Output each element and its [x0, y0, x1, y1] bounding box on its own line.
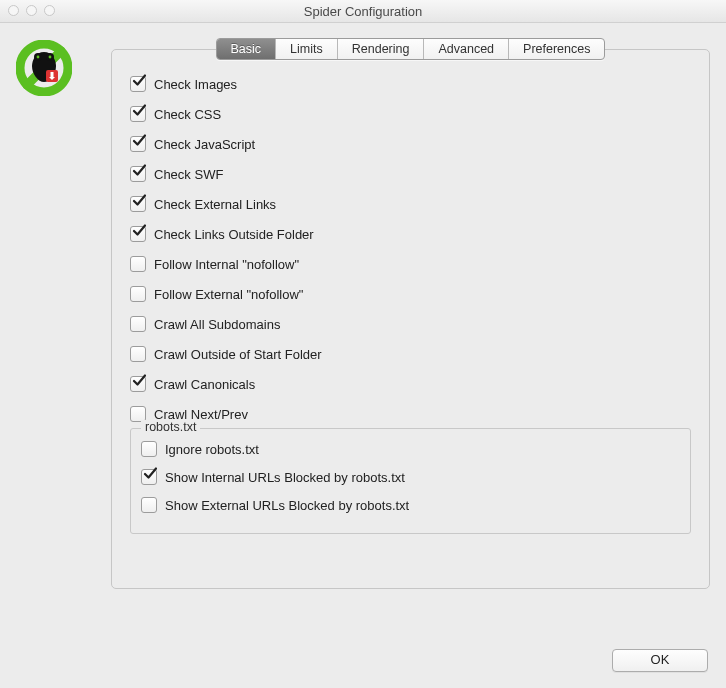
crawl-outside-start-checkbox[interactable]: [130, 346, 146, 362]
follow-internal-nf-checkbox[interactable]: [130, 256, 146, 272]
crawl-canonicals-label: Crawl Canonicals: [154, 377, 255, 392]
check-images-label: Check Images: [154, 77, 237, 92]
crawl-outside-start-label: Crawl Outside of Start Folder: [154, 347, 322, 362]
follow-external-nf-row: Follow External "nofollow": [130, 286, 691, 302]
show-internal-block-checkbox[interactable]: [141, 469, 157, 485]
tab-preferences[interactable]: Preferences: [509, 39, 604, 59]
crawl-all-subdomains-row: Crawl All Subdomains: [130, 316, 691, 332]
robots-fieldset: robots.txt Ignore robots.txtShow Interna…: [130, 428, 691, 534]
ignore-robots-checkbox[interactable]: [141, 441, 157, 457]
check-javascript-label: Check JavaScript: [154, 137, 255, 152]
window-controls: [8, 5, 55, 16]
check-css-label: Check CSS: [154, 107, 221, 122]
app-logo: [16, 38, 111, 96]
frog-icon: [16, 40, 72, 96]
check-swf-checkbox[interactable]: [130, 166, 146, 182]
check-images-checkbox[interactable]: [130, 76, 146, 92]
tab-limits[interactable]: Limits: [276, 39, 338, 59]
follow-internal-nf-row: Follow Internal "nofollow": [130, 256, 691, 272]
tab-rendering[interactable]: Rendering: [338, 39, 425, 59]
check-links-outside-checkbox[interactable]: [130, 226, 146, 242]
crawl-canonicals-row: Crawl Canonicals: [130, 376, 691, 392]
show-internal-block-label: Show Internal URLs Blocked by robots.txt: [165, 470, 405, 485]
ok-button[interactable]: OK: [612, 649, 708, 672]
crawl-outside-start-row: Crawl Outside of Start Folder: [130, 346, 691, 362]
show-internal-block-row: Show Internal URLs Blocked by robots.txt: [141, 469, 680, 485]
tab-bar: Basic Limits Rendering Advanced Preferen…: [111, 38, 710, 60]
check-links-outside-row: Check Links Outside Folder: [130, 226, 691, 242]
check-external-links-row: Check External Links: [130, 196, 691, 212]
close-icon[interactable]: [8, 5, 19, 16]
svg-point-5: [37, 56, 40, 59]
follow-internal-nf-label: Follow Internal "nofollow": [154, 257, 299, 272]
tab-basic[interactable]: Basic: [217, 39, 277, 59]
show-external-block-row: Show External URLs Blocked by robots.txt: [141, 497, 680, 513]
crawl-all-subdomains-label: Crawl All Subdomains: [154, 317, 280, 332]
titlebar: Spider Configuration: [0, 0, 726, 23]
follow-external-nf-label: Follow External "nofollow": [154, 287, 303, 302]
basic-panel: Check ImagesCheck CSSCheck JavaScriptChe…: [111, 49, 710, 589]
svg-point-6: [49, 56, 52, 59]
show-external-block-checkbox[interactable]: [141, 497, 157, 513]
crawl-all-subdomains-checkbox[interactable]: [130, 316, 146, 332]
show-external-block-label: Show External URLs Blocked by robots.txt: [165, 498, 409, 513]
robots-legend: robots.txt: [141, 420, 200, 434]
check-swf-row: Check SWF: [130, 166, 691, 182]
crawl-canonicals-checkbox[interactable]: [130, 376, 146, 392]
check-css-row: Check CSS: [130, 106, 691, 122]
check-javascript-row: Check JavaScript: [130, 136, 691, 152]
check-external-links-checkbox[interactable]: [130, 196, 146, 212]
check-javascript-checkbox[interactable]: [130, 136, 146, 152]
follow-external-nf-checkbox[interactable]: [130, 286, 146, 302]
minimize-icon[interactable]: [26, 5, 37, 16]
check-css-checkbox[interactable]: [130, 106, 146, 122]
ignore-robots-label: Ignore robots.txt: [165, 442, 259, 457]
svg-rect-8: [51, 72, 54, 77]
check-images-row: Check Images: [130, 76, 691, 92]
tab-advanced[interactable]: Advanced: [424, 39, 509, 59]
zoom-icon[interactable]: [44, 5, 55, 16]
check-external-links-label: Check External Links: [154, 197, 276, 212]
check-swf-label: Check SWF: [154, 167, 223, 182]
window-title: Spider Configuration: [0, 4, 726, 19]
check-links-outside-label: Check Links Outside Folder: [154, 227, 314, 242]
crawl-next-prev-row: Crawl Next/Prev: [130, 406, 691, 422]
ignore-robots-row: Ignore robots.txt: [141, 441, 680, 457]
